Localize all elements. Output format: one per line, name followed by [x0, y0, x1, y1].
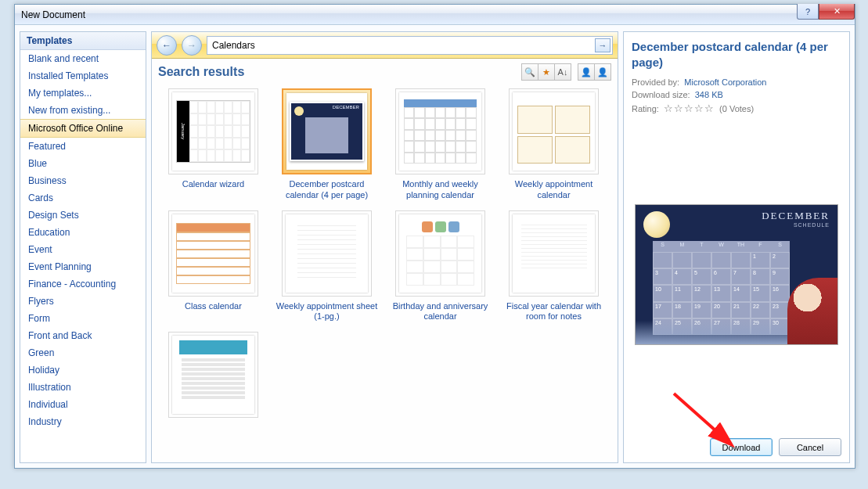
sidebar-item-illustration[interactable]: Illustration — [20, 379, 146, 396]
nav-back-button[interactable]: ← — [157, 35, 177, 56]
sidebar-item-designsets[interactable]: Design Sets — [20, 207, 146, 224]
sidebar-item-blank[interactable]: Blank and recent — [20, 50, 146, 67]
template-label: Fiscal year calendar with room for notes — [501, 301, 607, 323]
window-title: New Document — [21, 9, 85, 20]
help-button[interactable]: ? — [797, 4, 819, 20]
template-calendar-wizard[interactable]: January Calendar wizard — [157, 88, 270, 201]
template-preview: DECEMBER SCHEDULE SMTWTHFS12345678910111… — [635, 204, 838, 345]
new-document-dialog: New Document ? ✕ Templates Blank and rec… — [14, 4, 855, 469]
breadcrumb-go-button[interactable]: → — [595, 38, 610, 52]
sidebar-item-blue[interactable]: Blue — [20, 155, 146, 172]
sidebar-item-eventplanning[interactable]: Event Planning — [20, 258, 146, 275]
template-label: Class calendar — [185, 301, 242, 312]
sidebar-item-cards[interactable]: Cards — [20, 189, 146, 207]
view-search-icon[interactable]: 🔍 — [521, 63, 538, 81]
template-newsletter[interactable] — [157, 332, 270, 422]
template-monthly-weekly[interactable]: Monthly and weekly planning calendar — [384, 88, 497, 201]
sidebar-item-office-online[interactable]: Microsoft Office Online — [20, 119, 146, 138]
details-pane: December postcard calendar (4 per page) … — [623, 31, 850, 463]
sidebar-item-newfromexisting[interactable]: New from existing... — [20, 102, 146, 119]
sidebar-item-mytemplates[interactable]: My templates... — [20, 84, 146, 102]
view-user-icon[interactable]: 👤 — [578, 63, 595, 81]
moon-icon — [643, 211, 670, 238]
sidebar-item-business[interactable]: Business — [20, 172, 146, 189]
details-rating: Rating: ☆☆☆☆☆ (0 Votes) — [632, 102, 841, 114]
results-title: Search results — [158, 65, 244, 79]
star-icon: ☆☆☆☆☆ — [664, 102, 715, 114]
sidebar-item-industry[interactable]: Industry — [20, 413, 146, 430]
template-label: Weekly appointment calendar — [501, 179, 607, 201]
provider-link[interactable]: Microsoft Corporation — [684, 77, 766, 87]
sidebar-item-featured[interactable]: Featured — [20, 138, 146, 155]
view-favorite-icon[interactable]: ★ — [538, 63, 555, 81]
template-fiscal[interactable]: Fiscal year calendar with room for notes — [497, 210, 610, 323]
download-button[interactable]: Download — [710, 438, 773, 456]
sidebar-item-flyers[interactable]: Flyers — [20, 293, 146, 310]
sidebar-item-form[interactable]: Form — [20, 310, 146, 327]
templates-sidebar: Templates Blank and recent Installed Tem… — [20, 31, 146, 463]
close-button[interactable]: ✕ — [819, 4, 855, 20]
results-pane: ← → Calendars → Search results 🔍 ★ A↓ 👤 … — [151, 31, 618, 463]
details-size: Download size: 348 KB — [632, 90, 841, 99]
results-navbar: ← → Calendars → — [152, 32, 618, 59]
sidebar-item-green[interactable]: Green — [20, 344, 146, 361]
sidebar-item-frontback[interactable]: Front and Back — [20, 327, 146, 344]
sidebar-header: Templates — [20, 32, 146, 50]
template-label: Calendar wizard — [182, 179, 244, 190]
sidebar-item-finance[interactable]: Finance - Accounting — [20, 275, 146, 293]
template-label: Monthly and weekly planning calendar — [387, 179, 493, 201]
view-sort-icon[interactable]: A↓ — [554, 63, 571, 81]
breadcrumb-text: Calendars — [212, 40, 255, 51]
santa-icon — [787, 278, 837, 344]
template-weekly-appt[interactable]: Weekly appointment calendar — [497, 88, 610, 201]
results-grid: January Calendar wizard DECEMBER Decembe… — [152, 84, 618, 462]
sidebar-item-installed[interactable]: Installed Templates — [20, 67, 146, 84]
template-class-calendar[interactable]: Class calendar — [157, 210, 270, 323]
details-title: December postcard calendar (4 per page) — [632, 39, 841, 70]
sidebar-item-holiday[interactable]: Holiday — [20, 361, 146, 379]
view-user2-icon[interactable]: 👤 — [594, 63, 611, 81]
template-label: December postcard calendar (4 per page) — [274, 179, 380, 201]
sidebar-item-event[interactable]: Event — [20, 241, 146, 258]
details-provided-by: Provided by: Microsoft Corporation — [632, 77, 841, 87]
template-december-postcard[interactable]: DECEMBER December postcard calendar (4 p… — [270, 88, 384, 201]
sidebar-item-individual[interactable]: Individual — [20, 396, 146, 413]
titlebar: New Document ? ✕ — [15, 5, 855, 25]
template-label: Birthday and anniversary calendar — [387, 301, 493, 323]
sidebar-item-education[interactable]: Education — [20, 224, 146, 241]
cancel-button[interactable]: Cancel — [779, 438, 841, 456]
nav-forward-button[interactable]: → — [182, 35, 202, 56]
template-weekly-sheet[interactable]: Weekly appointment sheet (1-pg.) — [270, 210, 384, 323]
template-birthday[interactable]: Birthday and anniversary calendar — [384, 210, 497, 323]
breadcrumb[interactable]: Calendars → — [207, 36, 613, 55]
template-label: Weekly appointment sheet (1-pg.) — [274, 301, 380, 323]
